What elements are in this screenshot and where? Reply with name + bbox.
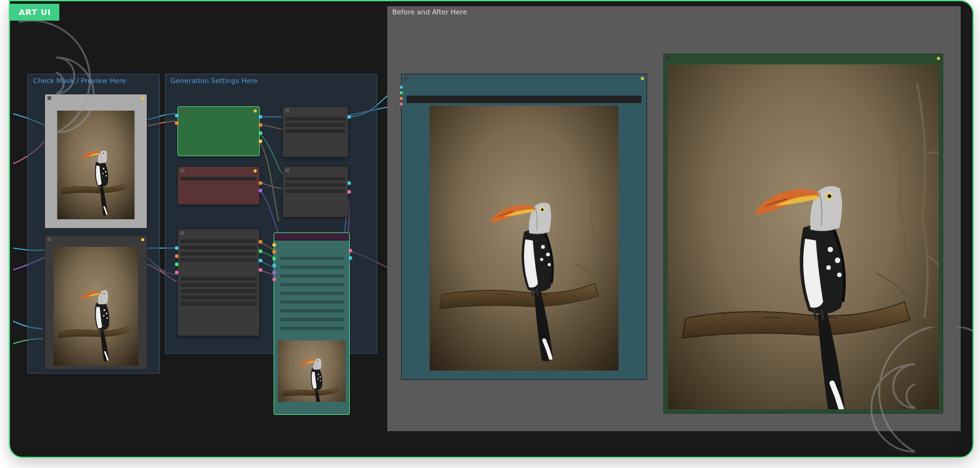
- port-out[interactable]: [347, 181, 351, 185]
- panel-title: Before and After Here: [387, 6, 961, 18]
- port-out[interactable]: [349, 256, 352, 260]
- node-titlebar[interactable]: [45, 94, 147, 102]
- port-in[interactable]: [175, 262, 179, 266]
- preview-node-original[interactable]: [44, 235, 147, 370]
- close-icon[interactable]: [404, 76, 408, 80]
- port-out[interactable]: [259, 189, 262, 192]
- close-icon[interactable]: [181, 231, 184, 235]
- port-out[interactable]: [259, 131, 262, 135]
- port-in[interactable]: [175, 114, 179, 117]
- node-before-image[interactable]: [401, 74, 647, 380]
- pin-icon[interactable]: [254, 109, 257, 112]
- pin-icon[interactable]: [641, 77, 644, 80]
- close-icon[interactable]: [181, 109, 184, 112]
- close-icon[interactable]: [666, 56, 670, 60]
- node-titlebar[interactable]: [178, 167, 259, 174]
- port-in[interactable]: [175, 246, 179, 250]
- port-column: [272, 243, 276, 281]
- port-in[interactable]: [400, 97, 403, 100]
- bird-image: [407, 106, 641, 371]
- port-in[interactable]: [400, 86, 403, 89]
- close-icon[interactable]: [285, 109, 289, 112]
- bird-thumbnail: [49, 247, 143, 366]
- preview-image: [45, 102, 147, 228]
- pin-icon[interactable]: [141, 97, 144, 100]
- node-sampler[interactable]: [177, 106, 260, 156]
- node-titlebar[interactable]: [402, 74, 646, 82]
- port-out[interactable]: [259, 181, 262, 185]
- port-out[interactable]: [259, 259, 262, 262]
- preview-image: [45, 243, 147, 369]
- port-in[interactable]: [175, 271, 179, 274]
- bird-thumbnail: [54, 111, 138, 219]
- port-out[interactable]: [259, 249, 262, 253]
- port-in[interactable]: [272, 264, 276, 267]
- node-fields: [274, 241, 349, 339]
- close-icon[interactable]: [285, 169, 289, 172]
- port-in[interactable]: [272, 250, 276, 254]
- bird-image: [668, 64, 939, 409]
- node-encoder[interactable]: [282, 106, 349, 157]
- bird-thumbnail: [278, 341, 345, 402]
- group-title: Generation Settings Here: [166, 74, 377, 87]
- port-in[interactable]: [400, 102, 403, 106]
- port-in[interactable]: [400, 91, 403, 94]
- before-image: [407, 106, 641, 371]
- preview-node-masked[interactable]: [44, 94, 147, 229]
- port-in[interactable]: [272, 271, 276, 274]
- node-vae[interactable]: [177, 166, 260, 205]
- port-out[interactable]: [259, 240, 262, 244]
- port-in[interactable]: [175, 254, 179, 258]
- node-titlebar[interactable]: [283, 167, 348, 174]
- close-icon[interactable]: [47, 96, 51, 100]
- output-thumbnail: [278, 341, 345, 402]
- node-titlebar[interactable]: [274, 233, 349, 241]
- after-image: [664, 62, 943, 413]
- node-titlebar[interactable]: [178, 107, 259, 114]
- badge-label: ART UI: [19, 7, 51, 17]
- node-params[interactable]: [177, 229, 260, 336]
- node-after-image[interactable]: [663, 54, 943, 414]
- port-out[interactable]: [259, 123, 262, 127]
- group-title: Check Mask / Preview Here: [28, 74, 159, 87]
- pin-icon[interactable]: [141, 238, 144, 241]
- image-path-field[interactable]: [407, 96, 641, 103]
- pin-icon[interactable]: [937, 57, 940, 60]
- port-column: [400, 86, 403, 106]
- close-icon[interactable]: [181, 169, 184, 172]
- port-out[interactable]: [259, 139, 262, 143]
- port-in[interactable]: [175, 121, 179, 125]
- close-icon[interactable]: [47, 237, 51, 241]
- start-ui-badge[interactable]: ART UI: [10, 4, 59, 21]
- port-in[interactable]: [272, 257, 276, 261]
- port-out[interactable]: [347, 190, 351, 194]
- port-out[interactable]: [259, 115, 262, 119]
- node-titlebar[interactable]: [664, 54, 943, 62]
- port-out[interactable]: [349, 249, 352, 252]
- port-out[interactable]: [259, 268, 262, 272]
- node-editor-canvas[interactable]: ART UI: [9, 0, 974, 458]
- port-in[interactable]: [272, 277, 276, 281]
- node-output[interactable]: [274, 232, 350, 415]
- node-titlebar[interactable]: [178, 229, 259, 237]
- port-in[interactable]: [272, 243, 276, 247]
- node-titlebar[interactable]: [45, 236, 147, 243]
- node-titlebar[interactable]: [283, 107, 348, 114]
- node-decoder[interactable]: [282, 166, 349, 217]
- pin-icon[interactable]: [254, 169, 257, 172]
- port-out[interactable]: [347, 115, 351, 119]
